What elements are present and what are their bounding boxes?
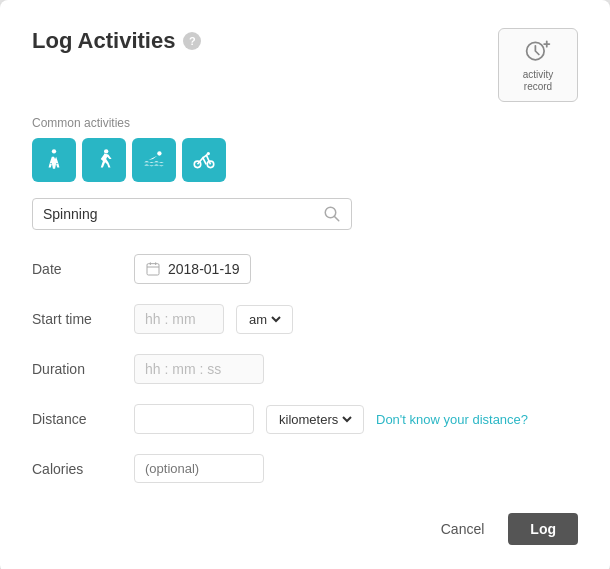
activity-icons-group (32, 138, 578, 182)
cycling-icon (191, 147, 217, 173)
modal-title: Log Activities (32, 28, 175, 54)
date-value: 2018-01-19 (168, 261, 240, 277)
activity-search-bar[interactable] (32, 198, 352, 230)
ampm-select[interactable]: am pm (236, 305, 293, 334)
duration-placeholder: hh : mm : ss (145, 361, 221, 377)
walking-icon (41, 147, 67, 173)
activity-record-label: activity record (509, 69, 567, 93)
search-input[interactable] (43, 206, 323, 222)
ampm-dropdown[interactable]: am pm (245, 311, 284, 328)
calories-row: Calories (32, 454, 578, 483)
dont-know-distance-link[interactable]: Don't know your distance? (376, 412, 528, 427)
calendar-icon (145, 261, 161, 277)
cancel-button[interactable]: Cancel (429, 513, 497, 545)
date-row: Date 2018-01-19 (32, 254, 578, 284)
distance-input[interactable] (134, 404, 254, 434)
modal-title-group: Log Activities ? (32, 28, 201, 54)
search-icon (323, 205, 341, 223)
distance-row: Distance kilometers miles Don't know you… (32, 404, 578, 434)
calories-label: Calories (32, 461, 122, 477)
start-time-row: Start time hh : mm am pm (32, 304, 578, 334)
cycling-activity-button[interactable] (182, 138, 226, 182)
distance-label: Distance (32, 411, 122, 427)
log-button[interactable]: Log (508, 513, 578, 545)
svg-point-3 (52, 149, 56, 153)
calories-input[interactable] (134, 454, 264, 483)
modal-header: Log Activities ? activity record (32, 28, 578, 102)
help-icon[interactable]: ? (183, 32, 201, 50)
log-activities-modal: Log Activities ? activity record Common … (0, 0, 610, 569)
duration-label: Duration (32, 361, 122, 377)
time-input[interactable]: hh : mm (134, 304, 224, 334)
time-placeholder: hh : mm (145, 311, 196, 327)
svg-point-5 (157, 151, 161, 155)
svg-rect-11 (147, 264, 159, 275)
duration-row: Duration hh : mm : ss (32, 354, 578, 384)
running-activity-button[interactable] (82, 138, 126, 182)
duration-input[interactable]: hh : mm : ss (134, 354, 264, 384)
distance-unit-dropdown[interactable]: kilometers miles (275, 411, 355, 428)
date-input[interactable]: 2018-01-19 (134, 254, 251, 284)
activity-record-icon (524, 37, 552, 65)
distance-unit-select[interactable]: kilometers miles (266, 405, 364, 434)
svg-point-4 (104, 149, 108, 153)
svg-line-10 (334, 216, 339, 221)
form-actions: Cancel Log (32, 513, 578, 545)
running-icon (91, 147, 117, 173)
activity-record-button[interactable]: activity record (498, 28, 578, 102)
start-time-label: Start time (32, 311, 122, 327)
swimming-icon (141, 147, 167, 173)
date-label: Date (32, 261, 122, 277)
common-activities-label: Common activities (32, 116, 578, 130)
walking-activity-button[interactable] (32, 138, 76, 182)
swimming-activity-button[interactable] (132, 138, 176, 182)
